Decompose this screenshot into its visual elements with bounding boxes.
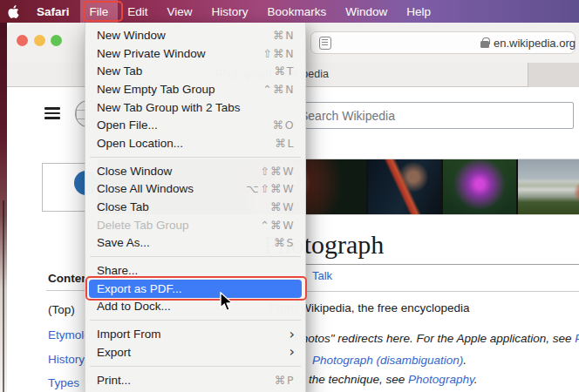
zoom-window-button[interactable] (51, 35, 62, 46)
inactive-tab[interactable] (528, 63, 579, 87)
menubar-item-file[interactable]: File (80, 0, 119, 23)
menu-item-share[interactable]: Share... (85, 261, 305, 280)
menubar-item-view[interactable]: View (158, 0, 202, 23)
hatnote-line-1: "Photos" redirects here. For the Apple a… (290, 332, 579, 345)
search-placeholder: Search Wikipedia (300, 109, 395, 123)
url-text: en.wikipedia.org (494, 37, 576, 50)
menu-item-new-tab-group-with-2-tabs[interactable]: New Tab Group with 2 Tabs (85, 98, 305, 117)
screenshot-stage: en.wikipedia.org Photograph - Wikipedia … (0, 0, 579, 392)
menu-item-open-file[interactable]: Open File...⌘O (85, 116, 305, 134)
hatnote-line-3: For the technique, see Photography. (288, 373, 477, 386)
menu-item-add-to-dock[interactable]: Add to Dock... (85, 298, 305, 316)
photos-app-link[interactable]: Photos (app) (575, 332, 579, 345)
desktop-wallpaper-strip (0, 23, 7, 392)
menu-separator (90, 157, 301, 158)
menu-item-open-location[interactable]: Open Location...⌘L (85, 134, 305, 152)
toc-item-top[interactable]: (Top) (48, 303, 75, 316)
submenu-chevron-icon: › (290, 328, 295, 341)
menu-item-new-window[interactable]: New Window⌘N (85, 26, 305, 44)
reader-icon[interactable] (319, 37, 331, 50)
apple-logo-icon (8, 5, 19, 18)
menu-item-new-private-window[interactable]: New Private Window⇧⌘N (85, 44, 305, 63)
toc-item-types[interactable]: Types (48, 376, 79, 389)
menu-item-close-tab[interactable]: Close Tab⌘W (85, 198, 305, 216)
menu-item-new-empty-tab-group[interactable]: New Empty Tab Group⌃⌘N (85, 80, 305, 98)
menubar-item-help[interactable]: Help (397, 0, 440, 23)
talk-tab-link[interactable]: Talk (312, 269, 332, 282)
photography-link[interactable]: Photography (408, 373, 474, 386)
menu-item-save-as[interactable]: Save As...⌘S (85, 234, 305, 253)
menu-item-new-tab[interactable]: New Tab⌘T (85, 62, 305, 80)
menubar-item-edit[interactable]: Edit (118, 0, 157, 23)
menu-separator (90, 256, 301, 257)
menu-item-close-all-windows[interactable]: Close All Windows⌥⇧⌘W (85, 180, 305, 199)
menubar-item-safari[interactable]: Safari (26, 0, 80, 23)
apple-menu[interactable] (0, 5, 26, 18)
banner-photo-4 (518, 159, 579, 214)
menu-item-export[interactable]: Export› (85, 343, 305, 362)
file-menu-dropdown: New Window⌘N New Private Window⇧⌘N New T… (85, 23, 306, 392)
close-window-button[interactable] (17, 35, 28, 46)
minimize-window-button[interactable] (34, 35, 45, 46)
menubar-item-window[interactable]: Window (336, 0, 397, 23)
menu-item-close-window[interactable]: Close Window⇧⌘W (85, 162, 305, 180)
toc-item-history[interactable]: History (48, 353, 85, 366)
menu-item-import-from[interactable]: Import From› (85, 325, 305, 343)
search-input[interactable]: Search Wikipedia (262, 102, 574, 129)
menu-separator (90, 366, 301, 367)
disambiguation-link[interactable]: Photograph (disambiguation) (312, 354, 463, 367)
address-bar[interactable]: en.wikipedia.org (310, 31, 576, 54)
menubar-item-history[interactable]: History (202, 0, 258, 23)
menu-item-delete-tab-group: Delete Tab Group⌃⌘W (85, 216, 305, 234)
menu-item-print[interactable]: Print...⌘P (85, 371, 305, 389)
menu-separator (90, 320, 301, 321)
menubar-item-bookmarks[interactable]: Bookmarks (258, 0, 337, 23)
banner-photo-2 (368, 159, 441, 214)
banner-photo-3 (443, 159, 516, 214)
hamburger-menu-icon[interactable] (44, 107, 60, 119)
menu-item-export-as-pdf[interactable]: Export as PDF... (89, 280, 302, 298)
submenu-chevron-icon: › (290, 345, 295, 359)
hatnote-line-2: Photograph (disambiguation). (312, 354, 467, 367)
menu-bar: Safari File Edit View History Bookmarks … (0, 0, 579, 23)
lock-icon (480, 41, 489, 48)
